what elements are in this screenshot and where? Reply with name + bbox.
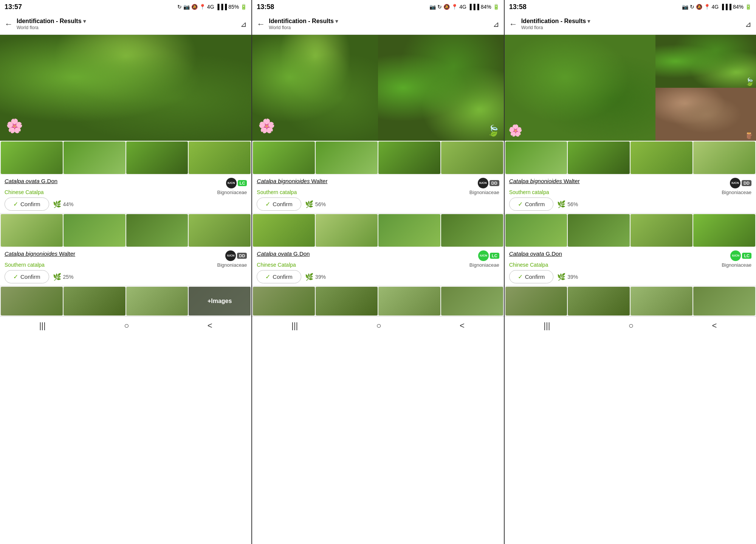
back-button-3[interactable]: ← — [509, 19, 517, 29]
sync-icon-1: ↻ — [177, 4, 182, 10]
top-bar-2: ← Identification - Results ▾ World flora… — [252, 14, 503, 35]
location-icon-1: 📍 — [199, 4, 206, 10]
thumb-2-1[interactable] — [253, 141, 315, 174]
thumb-3-2[interactable] — [568, 141, 630, 174]
nav-recents-1[interactable]: ||| — [39, 321, 46, 331]
bottom-strip-2 — [252, 286, 503, 316]
nav-back-2[interactable]: < — [460, 321, 465, 331]
title-area-1: Identification - Results ▾ World flora — [17, 18, 240, 30]
leaf-icon-2-1: 🌿 — [305, 200, 313, 208]
nav-back-1[interactable]: < — [208, 321, 212, 331]
hero-top-right-3: 🍃 — [655, 35, 756, 88]
subtitle-3: World flora — [521, 25, 745, 30]
confirm-button-1-2[interactable]: ✓ Confirm — [5, 270, 49, 283]
thumb-2b-3[interactable] — [378, 214, 440, 247]
more-images-button-1[interactable]: +Images — [189, 287, 251, 316]
filter-icon-1[interactable]: ⊿ — [240, 20, 247, 29]
scientific-name-2-2: Catalpa ovata G.Don — [257, 250, 310, 257]
status-icons-1: ↻ 📷 🔕 📍 4G ▐▐▐ 85% 🔋 — [177, 4, 247, 10]
confirm-button-2-1[interactable]: ✓ Confirm — [257, 197, 301, 211]
filter-icon-3[interactable]: ⊿ — [745, 20, 751, 29]
thumb-1-2[interactable] — [64, 141, 125, 174]
hero-area-3: 🌸 🍃 🪵 — [505, 35, 756, 141]
percent-area-1-1: 🌿 44% — [53, 200, 74, 208]
leaf-icon-2-2: 🌿 — [305, 273, 313, 281]
family-1-2: Bignoniaceae — [217, 262, 247, 268]
hero-right-2: 🍃 — [378, 35, 504, 141]
confirm-button-3-1[interactable]: ✓ Confirm — [509, 197, 554, 211]
thumb-1-4[interactable] — [189, 141, 251, 174]
title-area-3: Identification - Results ▾ World flora — [521, 18, 745, 30]
species-actions-3-2: ✓ Confirm 🌿 39% — [509, 270, 751, 283]
camera-icon-3: 📷 — [682, 4, 688, 10]
thumbnail-strip-3b — [505, 213, 756, 247]
nav-home-1[interactable]: ○ — [124, 321, 129, 331]
nav-home-3[interactable]: ○ — [629, 321, 634, 331]
bottom-thumb-2-2[interactable] — [316, 287, 378, 316]
thumb-3-4[interactable] — [693, 141, 755, 174]
title-area-2: Identification - Results ▾ World flora — [269, 18, 493, 30]
thumb-1b-3[interactable] — [126, 214, 188, 247]
thumb-1-1[interactable] — [1, 141, 63, 174]
battery-icon-1: 🔋 — [240, 4, 247, 10]
nav-recents-3[interactable]: ||| — [544, 321, 550, 331]
nav-back-3[interactable]: < — [712, 321, 717, 331]
confirm-check-icon-2-1: ✓ — [265, 201, 270, 208]
nav-recents-2[interactable]: ||| — [291, 321, 298, 331]
iucn-circle-1-2: IUCN — [225, 250, 236, 261]
iucn-code-3-1: DD — [742, 180, 751, 186]
bottom-thumb-1-1[interactable] — [1, 287, 63, 316]
nav-home-2[interactable]: ○ — [376, 321, 381, 331]
bottom-thumb-3-1[interactable] — [505, 287, 567, 316]
thumb-2b-2[interactable] — [316, 214, 378, 247]
thumb-2-4[interactable] — [441, 141, 503, 174]
thumb-3b-1[interactable] — [505, 214, 567, 247]
bottom-thumb-3-3[interactable] — [631, 287, 692, 316]
thumb-2b-4[interactable] — [441, 214, 503, 247]
thumb-1b-4[interactable] — [189, 214, 251, 247]
thumb-3-1[interactable] — [505, 141, 567, 174]
hero-bottom-right-3: 🪵 — [655, 88, 756, 141]
battery-1: 85% — [228, 4, 239, 10]
thumb-3-3[interactable] — [631, 141, 692, 174]
percent-area-3-1: 🌿 56% — [557, 200, 578, 208]
thumb-2b-1[interactable] — [253, 214, 315, 247]
bottom-thumb-1-3[interactable] — [126, 287, 188, 316]
flower-overlay-1: 🌸 — [6, 118, 23, 135]
thumb-1-3[interactable] — [126, 141, 188, 174]
thumb-3b-4[interactable] — [693, 214, 755, 247]
common-name-2-2: Chinese Catalpa — [257, 262, 296, 268]
chevron-icon-3[interactable]: ▾ — [587, 18, 590, 24]
bottom-thumb-3-4[interactable] — [693, 287, 755, 316]
network-icon-3: 4G — [712, 4, 719, 10]
back-button-1[interactable]: ← — [5, 19, 13, 29]
thumb-2-3[interactable] — [378, 141, 440, 174]
species-card-2-2: Catalpa ovata G.Don IUCN LC Chinese Cata… — [252, 247, 503, 286]
thumb-1b-1[interactable] — [1, 214, 63, 247]
mute-icon-3: 🔕 — [696, 4, 702, 10]
bottom-thumb-2-4[interactable] — [441, 287, 503, 316]
species-card-2-1: Catalpa bignonioides Walter IUCN DD Sout… — [252, 175, 503, 213]
percent-value-3-1: 56% — [567, 201, 578, 207]
bottom-thumb-1-2[interactable] — [64, 287, 125, 316]
bottom-thumb-2-3[interactable] — [378, 287, 440, 316]
chevron-icon-2[interactable]: ▾ — [335, 18, 338, 24]
confirm-button-2-2[interactable]: ✓ Confirm — [257, 270, 301, 283]
species-header-2-2: Catalpa ovata G.Don IUCN LC — [257, 250, 499, 261]
bottom-thumb-3-2[interactable] — [568, 287, 630, 316]
bottom-thumb-2-1[interactable] — [253, 287, 315, 316]
confirm-button-3-2[interactable]: ✓ Confirm — [509, 270, 554, 283]
confirm-button-1-1[interactable]: ✓ Confirm — [5, 197, 49, 211]
thumb-3b-3[interactable] — [631, 214, 692, 247]
thumb-3b-2[interactable] — [568, 214, 630, 247]
iucn-code-1-1: LC — [238, 180, 247, 186]
iucn-circle-3-1: IUCN — [730, 178, 741, 188]
species-card-3-1: Catalpa bignonioides Walter IUCN DD Sout… — [505, 175, 756, 213]
family-3-2: Bignoniaceae — [722, 262, 751, 268]
thumb-1b-2[interactable] — [64, 214, 125, 247]
back-button-2[interactable]: ← — [257, 19, 265, 29]
camera-icon-1: 📷 — [183, 4, 190, 10]
thumb-2-2[interactable] — [316, 141, 378, 174]
filter-icon-2[interactable]: ⊿ — [493, 20, 499, 29]
chevron-icon-1[interactable]: ▾ — [83, 18, 86, 24]
